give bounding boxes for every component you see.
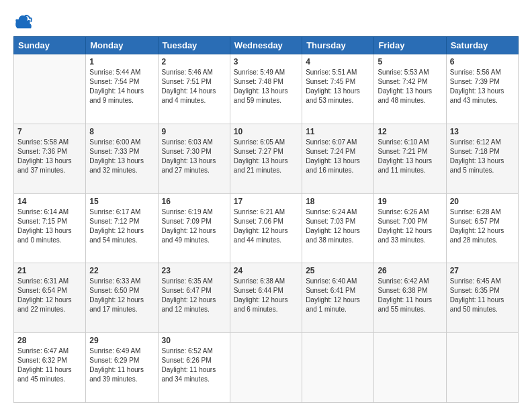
day-number: 20: [450, 197, 515, 206]
day-info: Sunrise: 6:52 AM Sunset: 6:26 PM Dayligh…: [162, 347, 226, 384]
day-info: Sunrise: 6:45 AM Sunset: 6:35 PM Dayligh…: [450, 277, 515, 314]
logo-icon: [13, 11, 32, 30]
day-number: 10: [234, 127, 298, 136]
table-row: 7Sunrise: 5:58 AM Sunset: 7:36 PM Daylig…: [14, 124, 86, 193]
day-info: Sunrise: 5:46 AM Sunset: 7:51 PM Dayligh…: [162, 68, 226, 105]
day-info: Sunrise: 6:28 AM Sunset: 6:57 PM Dayligh…: [450, 208, 515, 245]
day-info: Sunrise: 6:38 AM Sunset: 6:44 PM Dayligh…: [234, 277, 298, 314]
day-number: 17: [234, 197, 298, 206]
day-info: Sunrise: 6:00 AM Sunset: 7:33 PM Dayligh…: [89, 138, 154, 175]
table-row: 29Sunrise: 6:49 AM Sunset: 6:29 PM Dayli…: [86, 333, 158, 403]
table-row: 2Sunrise: 5:46 AM Sunset: 7:51 PM Daylig…: [158, 54, 230, 124]
day-number: 22: [89, 266, 154, 275]
day-info: Sunrise: 6:47 AM Sunset: 6:32 PM Dayligh…: [17, 347, 82, 384]
day-number: 8: [89, 127, 154, 136]
day-number: 6: [450, 57, 515, 66]
day-number: 4: [306, 57, 370, 66]
table-row: 25Sunrise: 6:40 AM Sunset: 6:41 PM Dayli…: [302, 263, 374, 333]
day-number: 29: [89, 336, 154, 345]
day-info: Sunrise: 6:40 AM Sunset: 6:41 PM Dayligh…: [306, 277, 370, 314]
table-row: 16Sunrise: 6:19 AM Sunset: 7:09 PM Dayli…: [158, 193, 230, 263]
day-info: Sunrise: 6:14 AM Sunset: 7:15 PM Dayligh…: [17, 208, 82, 245]
logo: [13, 11, 35, 30]
day-info: Sunrise: 6:49 AM Sunset: 6:29 PM Dayligh…: [89, 347, 154, 384]
day-number: 27: [450, 266, 515, 275]
table-row: 22Sunrise: 6:33 AM Sunset: 6:50 PM Dayli…: [86, 263, 158, 333]
day-info: Sunrise: 5:51 AM Sunset: 7:45 PM Dayligh…: [306, 68, 370, 105]
day-info: Sunrise: 6:12 AM Sunset: 7:18 PM Dayligh…: [450, 138, 515, 175]
day-number: 9: [162, 127, 226, 136]
table-row: 14Sunrise: 6:14 AM Sunset: 7:15 PM Dayli…: [14, 193, 86, 263]
day-info: Sunrise: 6:21 AM Sunset: 7:06 PM Dayligh…: [234, 208, 298, 245]
table-row: 6Sunrise: 5:56 AM Sunset: 7:39 PM Daylig…: [446, 54, 518, 124]
day-number: 13: [450, 127, 515, 136]
day-number: 11: [306, 127, 370, 136]
day-number: 14: [17, 197, 82, 206]
table-row: 23Sunrise: 6:35 AM Sunset: 6:47 PM Dayli…: [158, 263, 230, 333]
day-info: Sunrise: 6:24 AM Sunset: 7:03 PM Dayligh…: [306, 208, 370, 245]
calendar-row: 1Sunrise: 5:44 AM Sunset: 7:54 PM Daylig…: [14, 54, 519, 124]
table-row: 4Sunrise: 5:51 AM Sunset: 7:45 PM Daylig…: [302, 54, 374, 124]
day-number: 3: [234, 57, 298, 66]
day-number: 28: [17, 336, 82, 345]
table-row: 27Sunrise: 6:45 AM Sunset: 6:35 PM Dayli…: [446, 263, 518, 333]
day-info: Sunrise: 5:44 AM Sunset: 7:54 PM Dayligh…: [89, 68, 154, 105]
table-row: 8Sunrise: 6:00 AM Sunset: 7:33 PM Daylig…: [86, 124, 158, 193]
day-number: 30: [162, 336, 226, 345]
day-info: Sunrise: 6:19 AM Sunset: 7:09 PM Dayligh…: [162, 208, 226, 245]
day-number: 12: [378, 127, 442, 136]
day-number: 15: [89, 197, 154, 206]
day-number: 16: [162, 197, 226, 206]
table-row: [302, 333, 374, 403]
table-row: [14, 54, 86, 124]
page: Sunday Monday Tuesday Wednesday Thursday…: [0, 0, 532, 411]
table-row: 13Sunrise: 6:12 AM Sunset: 7:18 PM Dayli…: [446, 124, 518, 193]
day-number: 23: [162, 266, 226, 275]
table-row: 11Sunrise: 6:07 AM Sunset: 7:24 PM Dayli…: [302, 124, 374, 193]
day-info: Sunrise: 6:31 AM Sunset: 6:54 PM Dayligh…: [17, 277, 82, 314]
header-thursday: Thursday: [302, 37, 374, 54]
day-info: Sunrise: 6:05 AM Sunset: 7:27 PM Dayligh…: [234, 138, 298, 175]
table-row: 30Sunrise: 6:52 AM Sunset: 6:26 PM Dayli…: [158, 333, 230, 403]
day-info: Sunrise: 6:33 AM Sunset: 6:50 PM Dayligh…: [89, 277, 154, 314]
day-number: 1: [89, 57, 154, 66]
table-row: 12Sunrise: 6:10 AM Sunset: 7:21 PM Dayli…: [374, 124, 446, 193]
day-info: Sunrise: 5:53 AM Sunset: 7:42 PM Dayligh…: [378, 68, 442, 105]
header: [13, 11, 519, 30]
day-info: Sunrise: 6:17 AM Sunset: 7:12 PM Dayligh…: [89, 208, 154, 245]
day-info: Sunrise: 6:10 AM Sunset: 7:21 PM Dayligh…: [378, 138, 442, 175]
table-row: 10Sunrise: 6:05 AM Sunset: 7:27 PM Dayli…: [230, 124, 302, 193]
day-number: 24: [234, 266, 298, 275]
day-info: Sunrise: 6:07 AM Sunset: 7:24 PM Dayligh…: [306, 138, 370, 175]
table-row: [446, 333, 518, 403]
day-number: 19: [378, 197, 442, 206]
table-row: 18Sunrise: 6:24 AM Sunset: 7:03 PM Dayli…: [302, 193, 374, 263]
table-row: 9Sunrise: 6:03 AM Sunset: 7:30 PM Daylig…: [158, 124, 230, 193]
table-row: 19Sunrise: 6:26 AM Sunset: 7:00 PM Dayli…: [374, 193, 446, 263]
table-row: [374, 333, 446, 403]
header-friday: Friday: [374, 37, 446, 54]
header-wednesday: Wednesday: [230, 37, 302, 54]
day-number: 21: [17, 266, 82, 275]
table-row: 28Sunrise: 6:47 AM Sunset: 6:32 PM Dayli…: [14, 333, 86, 403]
table-row: 20Sunrise: 6:28 AM Sunset: 6:57 PM Dayli…: [446, 193, 518, 263]
day-info: Sunrise: 6:26 AM Sunset: 7:00 PM Dayligh…: [378, 208, 442, 245]
table-row: 17Sunrise: 6:21 AM Sunset: 7:06 PM Dayli…: [230, 193, 302, 263]
day-number: 2: [162, 57, 226, 66]
calendar-row: 28Sunrise: 6:47 AM Sunset: 6:32 PM Dayli…: [14, 333, 519, 403]
table-row: 24Sunrise: 6:38 AM Sunset: 6:44 PM Dayli…: [230, 263, 302, 333]
table-row: 1Sunrise: 5:44 AM Sunset: 7:54 PM Daylig…: [86, 54, 158, 124]
table-row: [230, 333, 302, 403]
day-info: Sunrise: 5:58 AM Sunset: 7:36 PM Dayligh…: [17, 138, 82, 175]
table-row: 21Sunrise: 6:31 AM Sunset: 6:54 PM Dayli…: [14, 263, 86, 333]
table-row: 5Sunrise: 5:53 AM Sunset: 7:42 PM Daylig…: [374, 54, 446, 124]
table-row: 15Sunrise: 6:17 AM Sunset: 7:12 PM Dayli…: [86, 193, 158, 263]
day-number: 5: [378, 57, 442, 66]
calendar-row: 7Sunrise: 5:58 AM Sunset: 7:36 PM Daylig…: [14, 124, 519, 193]
weekday-header-row: Sunday Monday Tuesday Wednesday Thursday…: [14, 37, 519, 54]
header-saturday: Saturday: [446, 37, 518, 54]
calendar-row: 21Sunrise: 6:31 AM Sunset: 6:54 PM Dayli…: [14, 263, 519, 333]
header-monday: Monday: [86, 37, 158, 54]
day-info: Sunrise: 5:56 AM Sunset: 7:39 PM Dayligh…: [450, 68, 515, 105]
day-number: 7: [17, 127, 82, 136]
